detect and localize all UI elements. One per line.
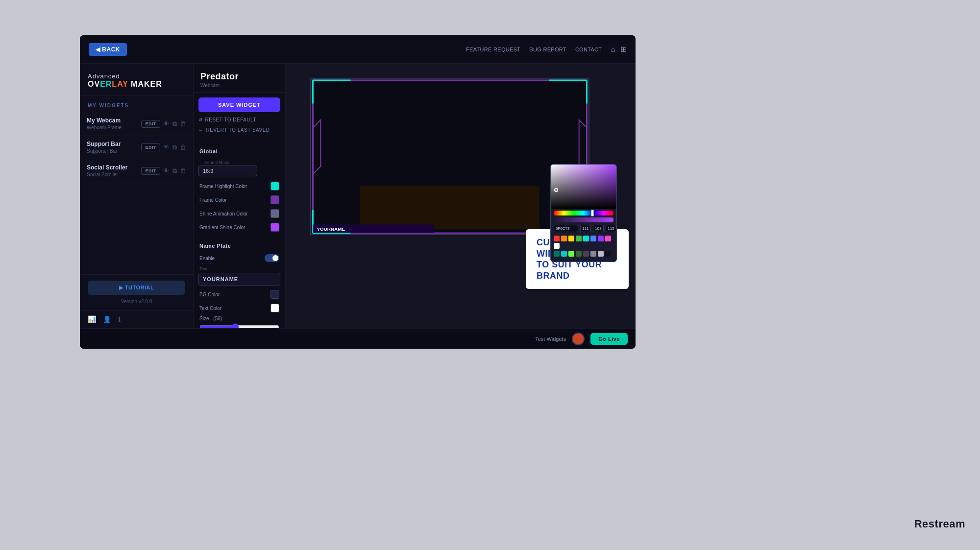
settings-panel: Predator Webcam SAVE WIDGET ↺ RESET TO D… bbox=[194, 64, 286, 328]
revert-to-saved-button[interactable]: ← REVERT TO LAST SAVED bbox=[198, 125, 280, 135]
preset-mid-gray[interactable] bbox=[590, 251, 596, 257]
enable-label: Enable bbox=[199, 256, 215, 261]
bg-color-label: BG Color bbox=[199, 292, 220, 297]
widget-name-support: Support Bar bbox=[87, 141, 121, 147]
top-bar-right: FEATURE REQUEST BUG REPORT CONTACT ⌂ ⊞ bbox=[466, 45, 627, 54]
widget-item-webcam[interactable]: My Webcam Webcam Frame EDIT 👁 ⧉ 🗑 bbox=[80, 112, 193, 136]
widget-info-social: Social Scroller Social Scroller bbox=[87, 164, 127, 177]
widget-actions-social: EDIT 👁 ⧉ 🗑 bbox=[141, 167, 186, 175]
my-widgets-title: MY WIDGETS bbox=[80, 96, 193, 112]
frame-highlight-row: Frame Highlight Color bbox=[194, 179, 285, 193]
contact-link[interactable]: CONTACT bbox=[575, 47, 602, 52]
text-color-row: Text Color bbox=[194, 301, 285, 315]
preset-cyan[interactable] bbox=[561, 251, 567, 257]
aspect-ratio-select[interactable]: 16:9 4:3 1:1 bbox=[198, 166, 257, 176]
svg-rect-2 bbox=[360, 186, 539, 229]
save-widget-button[interactable]: SAVE WIDGET bbox=[198, 97, 280, 112]
preset-light-gray[interactable] bbox=[598, 251, 604, 257]
text-field-label: Text bbox=[194, 264, 285, 272]
b-input[interactable]: 115 bbox=[606, 225, 616, 232]
hue-bar[interactable] bbox=[554, 211, 613, 215]
bug-report-link[interactable]: BUG REPORT bbox=[529, 47, 566, 52]
color-picker-popup: 6F6C73 111 108 115 100 bbox=[550, 164, 617, 262]
bg-color-row: BG Color bbox=[194, 287, 285, 301]
top-bar-icons: ⌂ ⊞ bbox=[611, 45, 627, 54]
preset-white[interactable] bbox=[554, 243, 560, 249]
copy-icon-webcam[interactable]: ⧉ bbox=[172, 120, 177, 128]
copy-icon-social[interactable]: ⧉ bbox=[172, 167, 177, 175]
info-icon[interactable]: ℹ bbox=[118, 315, 121, 323]
widget-item-social[interactable]: Social Scroller Social Scroller EDIT 👁 ⧉… bbox=[80, 159, 193, 183]
preset-purple[interactable] bbox=[598, 236, 604, 241]
widget-item-support[interactable]: Support Bar Supporter Bar EDIT 👁 ⧉ 🗑 bbox=[80, 136, 193, 159]
global-section-header: Global bbox=[194, 143, 285, 157]
preview-frame: YOURNAME bbox=[310, 78, 589, 235]
logo-advanced: Advanced bbox=[88, 72, 185, 80]
edit-btn-webcam[interactable]: EDIT bbox=[141, 120, 160, 128]
widget-list: My Webcam Webcam Frame EDIT 👁 ⧉ 🗑 Suppor… bbox=[80, 112, 193, 274]
frame-color-swatch[interactable] bbox=[270, 195, 279, 204]
tutorial-button[interactable]: ▶ TUTORIAL bbox=[88, 281, 185, 295]
sidebar-bottom: ▶ TUTORIAL Version v2.0.0 bbox=[80, 274, 193, 310]
g-input[interactable]: 108 bbox=[593, 225, 604, 232]
widget-info-support: Support Bar Supporter Bar bbox=[87, 141, 121, 154]
enable-toggle[interactable] bbox=[265, 254, 279, 262]
reset-to-default-button[interactable]: ↺ RESET TO DEFAULT bbox=[198, 115, 280, 124]
edit-btn-social[interactable]: EDIT bbox=[141, 167, 160, 175]
top-bar: ◀ BACK FEATURE REQUEST BUG REPORT CONTAC… bbox=[80, 35, 636, 64]
widget-sub-social: Social Scroller bbox=[87, 172, 127, 177]
nameplate-section-header: Name Plate bbox=[194, 238, 285, 252]
preset-teal[interactable] bbox=[583, 236, 589, 241]
aspect-ratio-label: Aspect Ratio bbox=[198, 158, 280, 166]
widget-info-webcam: My Webcam Webcam Frame bbox=[87, 117, 122, 130]
frame-color-row: Frame Color bbox=[194, 193, 285, 207]
preset-dark[interactable] bbox=[605, 251, 611, 257]
copy-icon-support[interactable]: ⧉ bbox=[172, 143, 177, 151]
sidebar: Advanced OVERLAY MAKER MY WIDGETS My Web… bbox=[80, 64, 194, 328]
go-live-button[interactable]: Go Live bbox=[590, 333, 628, 345]
shine-anim-swatch[interactable] bbox=[270, 209, 279, 218]
back-button[interactable]: ◀ BACK bbox=[89, 43, 127, 56]
gradient-picker-area[interactable] bbox=[551, 165, 616, 209]
eye-icon-social[interactable]: 👁 bbox=[163, 167, 170, 174]
preset-orange[interactable] bbox=[561, 236, 567, 241]
opacity-bar[interactable] bbox=[554, 217, 613, 222]
delete-icon-social[interactable]: 🗑 bbox=[180, 167, 186, 174]
reset-icon: ↺ bbox=[198, 117, 203, 122]
widget-name-webcam: My Webcam bbox=[87, 117, 122, 124]
test-widgets-label: Test Widgets bbox=[535, 336, 566, 342]
size-slider[interactable] bbox=[199, 323, 279, 328]
preset-dark-green[interactable] bbox=[576, 251, 582, 257]
feature-request-link[interactable]: FEATURE REQUEST bbox=[466, 47, 520, 52]
bg-color-swatch[interactable] bbox=[270, 290, 279, 299]
restream-watermark: Restream bbox=[914, 518, 965, 530]
preset-dark-teal[interactable] bbox=[554, 251, 560, 257]
gradient-shine-swatch[interactable] bbox=[270, 223, 279, 232]
delete-icon-support[interactable]: 🗑 bbox=[180, 143, 186, 151]
preset-colors-row1 bbox=[551, 234, 616, 251]
preset-blue[interactable] bbox=[590, 236, 596, 241]
frame-highlight-label: Frame Highlight Color bbox=[199, 184, 247, 189]
delete-icon-webcam[interactable]: 🗑 bbox=[180, 120, 186, 127]
enable-row: Enable bbox=[194, 252, 285, 264]
user-icon[interactable]: 👤 bbox=[103, 315, 111, 323]
preset-gray-dark[interactable] bbox=[583, 251, 589, 257]
eye-icon-support[interactable]: 👁 bbox=[163, 143, 170, 151]
preset-yellow[interactable] bbox=[568, 236, 574, 241]
eye-icon-webcam[interactable]: 👁 bbox=[163, 120, 170, 127]
edit-btn-support[interactable]: EDIT bbox=[141, 143, 160, 151]
preset-green[interactable] bbox=[576, 236, 582, 241]
widget-type: Webcam bbox=[200, 83, 278, 88]
home-icon[interactable]: ⌂ bbox=[611, 45, 615, 54]
preset-pink[interactable] bbox=[605, 236, 611, 241]
text-color-swatch[interactable] bbox=[270, 304, 279, 312]
preset-red[interactable] bbox=[554, 236, 560, 241]
r-input[interactable]: 111 bbox=[580, 225, 591, 232]
settings-icon[interactable]: ⊞ bbox=[620, 45, 627, 54]
frame-highlight-swatch[interactable] bbox=[270, 182, 279, 191]
hex-input[interactable]: 6F6C73 bbox=[554, 225, 578, 232]
preset-lime[interactable] bbox=[568, 251, 574, 257]
chart-icon[interactable]: 📊 bbox=[88, 315, 96, 323]
revert-icon: ← bbox=[198, 127, 204, 133]
text-input[interactable]: YOURNAME bbox=[198, 273, 280, 286]
